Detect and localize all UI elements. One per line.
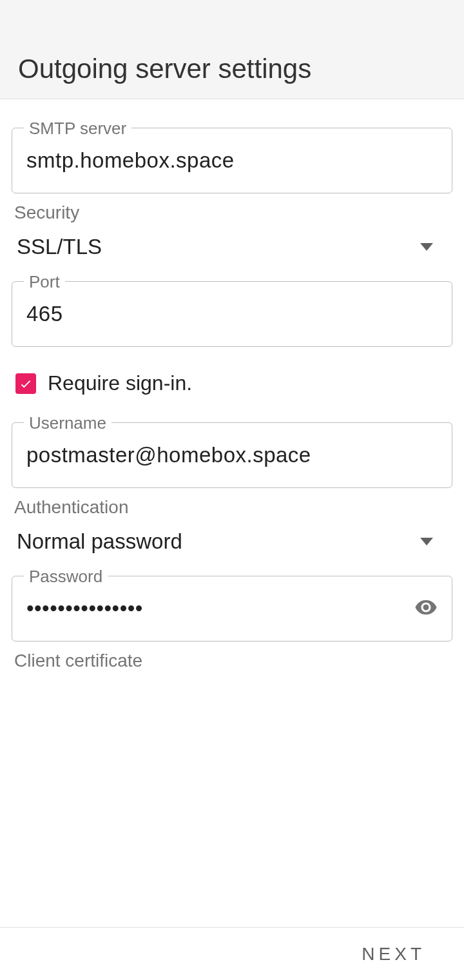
security-dropdown[interactable]: SSL/TLS xyxy=(12,228,452,266)
port-input[interactable] xyxy=(26,302,438,326)
port-field[interactable]: Port xyxy=(12,281,452,347)
authentication-value: Normal password xyxy=(17,529,182,554)
require-signin-checkbox[interactable] xyxy=(15,373,36,394)
require-signin-row[interactable]: Require sign-in. xyxy=(12,356,452,422)
footer-bar: NEXT xyxy=(0,927,464,980)
password-label: Password xyxy=(24,567,108,587)
app-header: Outgoing server settings xyxy=(0,0,464,99)
next-button[interactable]: NEXT xyxy=(362,944,425,965)
page-title: Outgoing server settings xyxy=(18,54,311,84)
username-label: Username xyxy=(24,413,111,433)
username-field[interactable]: Username xyxy=(12,422,452,488)
security-label: Security xyxy=(14,202,450,223)
username-input[interactable] xyxy=(26,443,438,467)
password-input[interactable]: ••••••••••••••• xyxy=(26,596,407,621)
authentication-label: Authentication xyxy=(14,497,450,518)
smtp-server-input[interactable] xyxy=(26,148,438,173)
client-certificate-dropdown[interactable] xyxy=(12,676,452,706)
smtp-server-label: SMTP server xyxy=(24,119,131,139)
require-signin-label: Require sign-in. xyxy=(48,371,192,395)
port-label: Port xyxy=(24,272,65,292)
visibility-icon[interactable] xyxy=(414,596,438,622)
password-field[interactable]: Password ••••••••••••••• xyxy=(12,576,452,642)
check-icon xyxy=(19,377,33,391)
client-certificate-label: Client certificate xyxy=(14,651,450,671)
chevron-down-icon xyxy=(420,538,433,545)
form-content: SMTP server Security SSL/TLS Port Requir… xyxy=(0,99,464,706)
authentication-dropdown[interactable]: Normal password xyxy=(12,523,452,560)
smtp-server-field[interactable]: SMTP server xyxy=(12,128,452,193)
security-value: SSL/TLS xyxy=(17,235,102,259)
chevron-down-icon xyxy=(420,243,433,251)
